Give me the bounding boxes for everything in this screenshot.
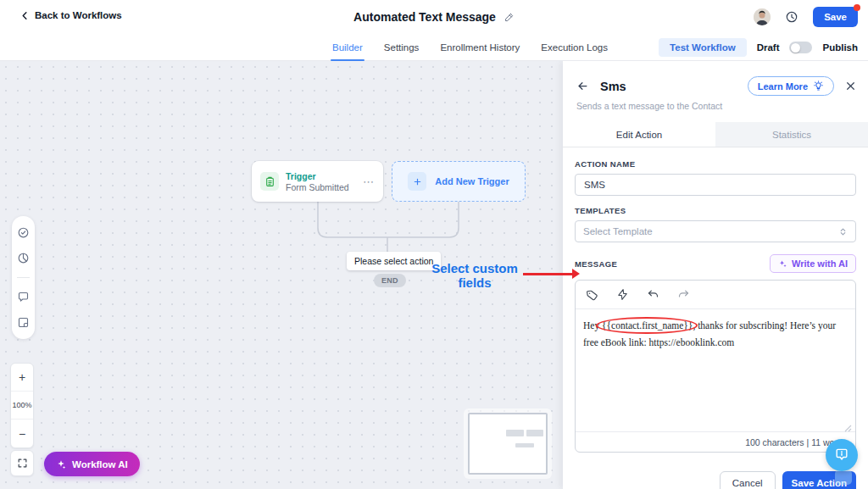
chat-bubble-icon[interactable] [17,291,30,303]
resize-handle-icon[interactable] [844,420,852,428]
page-title: Automated Text Message [353,10,496,24]
plus-icon [408,172,426,191]
form-trigger-icon [260,172,279,191]
publish-label: Publish [822,42,858,53]
nav-right-actions: Test Workflow Draft Publish [659,34,858,61]
learn-more-button[interactable]: Learn More [748,76,834,96]
unsaved-indicator-dot [854,4,860,11]
draft-label: Draft [757,42,780,53]
zoom-controls: + 100% − [10,363,34,448]
check-circle-icon[interactable] [17,226,30,239]
edit-title-icon[interactable] [504,12,515,23]
topbar-actions: Save [754,0,858,34]
panel-subtitle: Sends a text message to the Contact [563,96,868,111]
tab-builder[interactable]: Builder [332,34,363,61]
action-name-input[interactable] [575,174,856,196]
zoom-in-button[interactable]: + [11,364,33,392]
back-label: Back to Workflows [35,10,122,20]
draft-publish-toggle[interactable] [789,42,812,53]
panel-body: ACTION NAME TEMPLATES Select Template ME… [563,147,868,489]
test-workflow-button[interactable]: Test Workflow [659,38,747,57]
panel-title: Sms [600,80,626,93]
canvas-minimap[interactable] [468,413,548,475]
top-bar: Back to Workflows Automated Text Message… [0,0,868,34]
annotation-arrow [523,273,573,275]
chat-widget-ghost [835,470,852,485]
zoom-level[interactable]: 100% [11,392,33,420]
trigger-node-title: Trigger [286,171,363,181]
trigger-node-subtitle: Form Submitted [286,182,363,192]
save-button[interactable]: Save [813,7,858,27]
support-chat-button[interactable] [826,439,858,471]
toggle-knob [791,43,800,53]
panel-tabs: Edit Action Statistics [563,122,868,147]
ai-sparkle-icon [778,259,787,269]
workflow-canvas[interactable]: Trigger Form Submitted ⋯ Add New Trigger… [0,61,563,489]
undo-icon[interactable] [647,288,659,301]
sms-action-panel: Sms Learn More Sends a text message to t… [563,61,868,489]
workflow-builder-app: Back to Workflows Automated Text Message… [0,0,868,489]
tab-settings[interactable]: Settings [384,34,420,61]
lightbulb-icon [813,81,824,92]
action-name-label: ACTION NAME [575,159,856,169]
trigger-node-menu-icon[interactable]: ⋯ [363,176,375,187]
minimap-node [526,430,543,436]
panel-actions: Cancel Save Action [575,471,856,489]
tab-execution-logs[interactable]: Execution Logs [541,34,608,61]
workflow-title-wrap: Automated Text Message [353,0,515,34]
zoom-out-button[interactable]: − [11,420,33,447]
minimap-node [515,443,534,447]
editor-toolbar [576,281,855,309]
redo-icon[interactable] [677,288,690,301]
message-textarea[interactable]: Hey {{contact.first_name}}, thanks for s… [576,309,855,431]
close-panel-icon[interactable] [845,81,856,92]
canvas-side-toolbar [12,216,35,339]
sparkle-icon [56,459,66,470]
panel-back-arrow-icon[interactable] [576,80,589,92]
templates-label: TEMPLATES [575,206,856,215]
trigger-links-lightning-icon[interactable] [616,288,629,301]
contact-first-name-merge-field: {{contact.first_name}}, [602,320,695,331]
fullscreen-icon [17,458,28,469]
fullscreen-button[interactable] [10,450,34,476]
add-trigger-label: Add New Trigger [435,176,509,186]
back-chevron-icon [20,11,30,20]
nav-tabs: Builder Settings Enrollment History Exec… [332,34,608,61]
message-label: MESSAGE [575,259,617,269]
history-clock-icon[interactable] [785,10,798,24]
minimap-node [506,430,524,436]
cancel-button[interactable]: Cancel [720,471,776,489]
custom-fields-tag-icon[interactable] [585,288,598,302]
select-chevrons-icon [838,227,848,236]
workflow-ai-button[interactable]: Workflow AI [44,452,140,476]
tab-statistics[interactable]: Statistics [715,122,868,147]
pie-chart-icon[interactable] [17,252,30,264]
end-badge: END [374,274,406,287]
workflow-nav-bar: Builder Settings Enrollment History Exec… [0,34,868,61]
trigger-node[interactable]: Trigger Form Submitted ⋯ [252,161,383,202]
select-custom-fields-annotation: Select custom fields [421,261,528,291]
panel-header: Sms Learn More [563,61,868,96]
write-with-ai-button[interactable]: Write with AI [770,254,856,273]
template-select[interactable]: Select Template [575,220,856,242]
back-to-workflows-link[interactable]: Back to Workflows [20,10,122,20]
sticky-note-icon[interactable] [17,316,30,329]
add-new-trigger-button[interactable]: Add New Trigger [392,161,526,202]
support-chat-icon [833,447,850,464]
toolbar-divider [17,277,30,278]
message-editor: Hey {{contact.first_name}}, thanks for s… [575,280,856,453]
tab-enrollment-history[interactable]: Enrollment History [440,34,520,61]
tab-edit-action[interactable]: Edit Action [563,122,715,147]
avatar[interactable] [754,8,771,25]
template-select-placeholder: Select Template [583,226,653,236]
editor-footer: 100 characters | 11 words [576,431,855,452]
